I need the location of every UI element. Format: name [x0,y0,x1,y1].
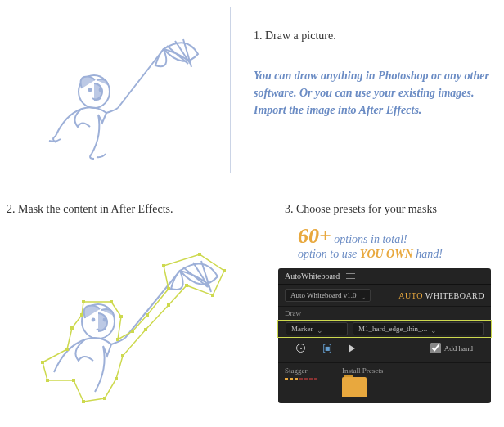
panel-header: Auto Whiteboard v1.0 AUTO WHITEBOARD [278,285,491,307]
svg-rect-9 [82,300,85,303]
svg-rect-15 [167,287,170,290]
svg-rect-32 [80,313,83,317]
panel-titlebar[interactable]: AutoWhiteboard [278,268,491,285]
svg-rect-27 [72,379,75,382]
svg-rect-13 [131,330,134,333]
tagline-1: 60+ options in total! [298,224,407,249]
svg-line-3 [118,49,164,108]
svg-point-6 [104,319,106,321]
svg-rect-16 [162,264,165,267]
svg-rect-22 [144,328,147,331]
preset-row-highlight: Marker M1_hard_edge_thin_... [277,320,492,338]
tagline-2: option to use YOU OWN hand! [298,247,443,261]
svg-rect-31 [70,326,74,330]
chevron-down-icon [317,326,322,331]
svg-point-5 [92,319,95,321]
folder-icon[interactable] [342,377,367,397]
svg-rect-24 [115,377,118,380]
options-count: 60+ [298,224,331,248]
menu-icon[interactable] [346,272,355,281]
chevron-down-icon [360,293,365,298]
svg-rect-11 [119,315,123,318]
svg-rect-17 [198,253,201,256]
svg-rect-23 [121,354,124,357]
stagger-section: Stagger [285,366,317,397]
svg-rect-26 [82,400,85,403]
svg-rect-29 [41,361,44,364]
record-icon[interactable] [296,344,305,353]
svg-rect-30 [65,348,69,351]
drawing-illustration [33,16,205,164]
svg-line-7 [125,271,180,338]
add-hand-checkbox[interactable]: Add hand [430,343,473,353]
step-1-label: 1. Draw a picture. [254,29,336,43]
install-section: Install Presets [342,366,383,397]
svg-rect-14 [146,313,149,317]
draw-label: Draw [285,309,484,317]
autowhiteboard-panel: AutoWhiteboard Auto Whiteboard v1.0 AUTO… [278,268,491,403]
svg-rect-21 [167,303,170,307]
svg-rect-10 [110,300,113,303]
action-row: Add hand [285,338,484,358]
add-hand-input[interactable] [430,343,441,353]
figure-2 [7,231,244,420]
svg-point-2 [100,89,102,92]
svg-rect-20 [185,284,188,287]
masked-illustration [23,238,227,413]
svg-rect-28 [46,379,49,382]
svg-rect-19 [211,294,214,297]
svg-point-1 [89,89,92,92]
brush-dropdown[interactable]: Marker [286,322,348,335]
panel-logo: AUTO WHITEBOARD [398,291,484,300]
chevron-down-icon [430,326,435,331]
panel-footer: Stagger Install Presets [278,362,491,403]
draw-section: Draw Marker M1_hard_edge_thin_... Add ha… [278,307,491,362]
svg-rect-12 [116,338,119,341]
panel-title: AutoWhiteboard [285,272,340,281]
play-icon[interactable] [349,344,355,353]
figure-1 [7,7,231,173]
stagger-slider[interactable] [285,378,317,380]
step-1-note: You can draw anything in Photoshop or an… [254,67,491,119]
svg-rect-25 [103,397,106,400]
version-dropdown[interactable]: Auto Whiteboard v1.0 [285,289,371,302]
preset-dropdown[interactable]: M1_hard_edge_thin_... [353,322,484,335]
step-2-label: 2. Mask the content in After Effects. [7,203,173,216]
step-3-label: 3. Choose presets for your masks [285,203,437,216]
bracket-icon[interactable] [322,344,332,353]
svg-rect-18 [223,269,226,272]
